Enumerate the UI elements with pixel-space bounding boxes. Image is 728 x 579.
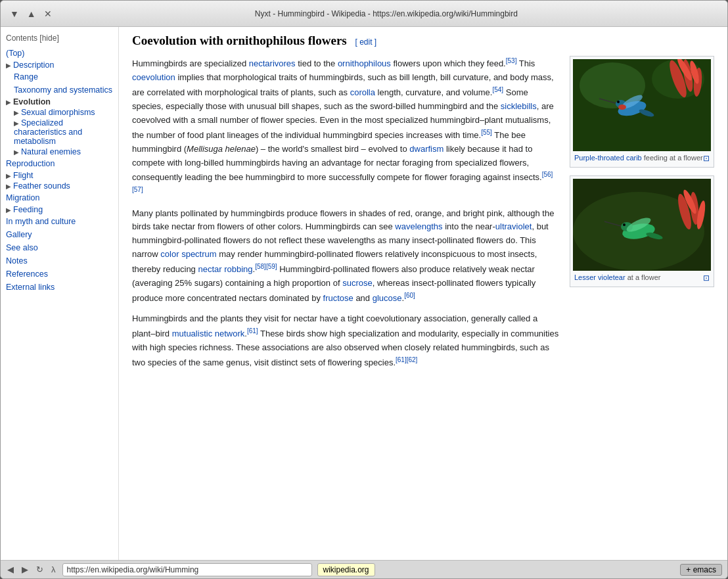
sidebar-link-seealso[interactable]: See also <box>6 242 113 254</box>
sidebar-link-description[interactable]: Description <box>13 59 55 71</box>
minimize-button[interactable]: ▼ <box>9 9 20 19</box>
caption-text-2: Lesser violetear at a flower <box>574 273 703 281</box>
link-nectarivores[interactable]: nectarivores <box>249 58 296 68</box>
image-1 <box>573 59 711 151</box>
window-controls[interactable]: ▼ ▲ ✕ <box>9 9 53 19</box>
expand-icon-1[interactable]: ⊡ <box>703 154 710 163</box>
sidebar-link-range[interactable]: Range <box>14 71 113 83</box>
link-corolla[interactable]: corolla <box>350 87 375 97</box>
sidebar-item-top[interactable]: (Top) <box>6 47 113 60</box>
back-button[interactable]: ◀ <box>6 565 15 574</box>
url-bar[interactable] <box>62 563 312 576</box>
paragraph-1: Hummingbirds are specialized nectarivore… <box>132 56 559 200</box>
link-glucose[interactable]: glucose <box>373 293 402 303</box>
paragraph-3: Hummingbirds and the plants they visit f… <box>132 312 559 370</box>
link-dwarfism[interactable]: dwarfism <box>409 144 444 154</box>
sidebar-item-specialized[interactable]: ▶Specialized characteristics and metabol… <box>6 118 113 147</box>
svg-point-26 <box>623 223 626 226</box>
sidebar-link-feeding[interactable]: Feeding <box>13 204 43 216</box>
forward-button[interactable]: ▶ <box>20 565 30 574</box>
svg-point-14 <box>618 104 626 110</box>
sidebar-item-description[interactable]: ▶Description <box>6 60 113 70</box>
arrow-icon: ▶ <box>6 62 11 69</box>
toc-header[interactable]: Contents [hide] <box>6 34 113 43</box>
sidebar-item-notes[interactable]: Notes <box>6 254 113 267</box>
link-sicklebills[interactable]: sicklebills <box>501 101 537 111</box>
sidebar-item-reproduction[interactable]: Reproduction <box>6 157 113 170</box>
link-ornithophilous[interactable]: ornithophilous <box>338 58 391 68</box>
tooltip-wikipedia: wikipedia.org <box>317 563 375 576</box>
sidebar-link-natural[interactable]: Natural enemies <box>21 146 81 158</box>
arrow-icon-feather: ▶ <box>6 183 11 190</box>
arrow-icon-evolution: ▶ <box>6 99 11 106</box>
sidebar-link-external[interactable]: External links <box>6 281 113 293</box>
sidebar-link-references[interactable]: References <box>6 268 113 280</box>
window-title: Nyxt - Hummingbird - Wikipedia - https:/… <box>53 9 719 18</box>
sidebar-link-reproduction[interactable]: Reproduction <box>6 158 113 170</box>
arrow-icon-feeding: ▶ <box>6 206 11 214</box>
browser-content: Contents [hide] (Top) ▶Description Range… <box>1 27 727 560</box>
sidebar-link-gallery[interactable]: Gallery <box>6 229 113 241</box>
sidebar-item-feeding[interactable]: ▶Feeding <box>6 204 113 215</box>
sup-61[interactable]: [61] <box>247 327 258 335</box>
sidebar-item-seealso[interactable]: See also <box>6 241 113 254</box>
sup-58-59[interactable]: [58][59] <box>255 263 277 270</box>
link-nectar-robbing[interactable]: nectar robbing <box>198 264 252 274</box>
sidebar-link-notes[interactable]: Notes <box>6 255 113 267</box>
emacs-button[interactable]: + emacs <box>680 564 722 576</box>
sidebar-item-range[interactable]: Range <box>6 70 113 83</box>
sidebar-toc: Contents [hide] (Top) ▶Description Range… <box>1 27 119 560</box>
svg-point-13 <box>617 101 620 103</box>
link-fructose[interactable]: fructose <box>323 293 353 303</box>
expand-icon-2[interactable]: ⊡ <box>703 273 710 283</box>
sidebar-link-taxonomy[interactable]: Taxonomy and systematics <box>14 84 113 96</box>
sidebar-link-myth[interactable]: In myth and culture <box>6 216 113 227</box>
sidebar-item-sexual[interactable]: ▶Sexual dimorphisms <box>6 107 113 118</box>
status-bar: ◀ ▶ ↻ λ wikipedia.org + emacs <box>1 560 727 578</box>
sidebar-item-natural[interactable]: ▶Natural enemies <box>6 147 113 157</box>
maximize-button[interactable]: ▲ <box>26 9 37 19</box>
link-mutualistic[interactable]: mutualistic network <box>172 329 245 338</box>
close-button[interactable]: ✕ <box>43 9 53 19</box>
sidebar-link-specialized[interactable]: Specialized characteristics and metaboli… <box>14 117 82 147</box>
link-lesser-violetear[interactable]: Lesser violetear <box>574 273 626 281</box>
sidebar-link-migration[interactable]: Migration <box>6 192 113 204</box>
sidebar-item-migration[interactable]: Migration <box>6 191 113 204</box>
image-caption-2: Lesser violetear at a flower ⊡ <box>573 271 711 284</box>
sidebar-item-evolution[interactable]: ▶Evolution <box>6 97 113 107</box>
sidebar-item-references[interactable]: References <box>6 267 113 281</box>
sup-54[interactable]: [54] <box>492 86 503 93</box>
sup-56-57[interactable]: [56][57] <box>132 171 553 193</box>
sup-60[interactable]: [60] <box>404 292 415 299</box>
article-text: Hummingbirds are specialized nectarivore… <box>132 56 559 377</box>
link-sucrose[interactable]: sucrose <box>342 278 373 288</box>
sup-53[interactable]: [53] <box>506 57 517 64</box>
article-layout: Hummingbirds are specialized nectarivore… <box>132 56 714 377</box>
paragraph-2: Many plants pollinated by hummingbirds p… <box>132 207 559 306</box>
link-purple-throated[interactable]: Purple-throated carib <box>574 154 642 162</box>
link-color-spectrum[interactable]: color spectrum <box>160 249 216 259</box>
sidebar-item-myth[interactable]: In myth and culture <box>6 215 113 228</box>
sup-61-62[interactable]: [61][62] <box>396 356 417 363</box>
image-box-1: Purple-throated carib feeding at a flowe… <box>570 56 714 168</box>
link-coevolution[interactable]: coevolution <box>132 72 175 82</box>
sidebar-item-feather[interactable]: ▶Feather sounds <box>6 181 113 191</box>
sidebar-link-feather[interactable]: Feather sounds <box>13 180 70 192</box>
caption-text-1: Purple-throated carib feeding at a flowe… <box>574 154 703 162</box>
link-wavelengths[interactable]: wavelengths <box>395 221 442 231</box>
sup-55[interactable]: [55] <box>481 129 492 136</box>
edit-link[interactable]: [ edit ] <box>355 37 376 47</box>
title-bar: ▼ ▲ ✕ Nyxt - Hummingbird - Wikipedia - h… <box>1 1 727 27</box>
sidebar-item-flight[interactable]: ▶Flight <box>6 170 113 181</box>
sidebar-item-external[interactable]: External links <box>6 281 113 294</box>
arrow-icon-natural: ▶ <box>14 149 19 156</box>
bookmark-button[interactable]: λ <box>50 565 57 574</box>
main-content: Coevolution with ornithophilous flowers … <box>119 27 727 560</box>
arrow-icon-flight: ▶ <box>6 172 11 179</box>
sidebar-item-gallery[interactable]: Gallery <box>6 228 113 241</box>
sidebar-item-taxonomy[interactable]: Taxonomy and systematics <box>6 83 113 97</box>
link-ultraviolet[interactable]: ultraviolet <box>495 221 532 231</box>
image-panel: Purple-throated carib feeding at a flowe… <box>570 56 714 377</box>
sidebar-link-top[interactable]: (Top) <box>6 47 113 59</box>
reload-button[interactable]: ↻ <box>35 565 45 574</box>
